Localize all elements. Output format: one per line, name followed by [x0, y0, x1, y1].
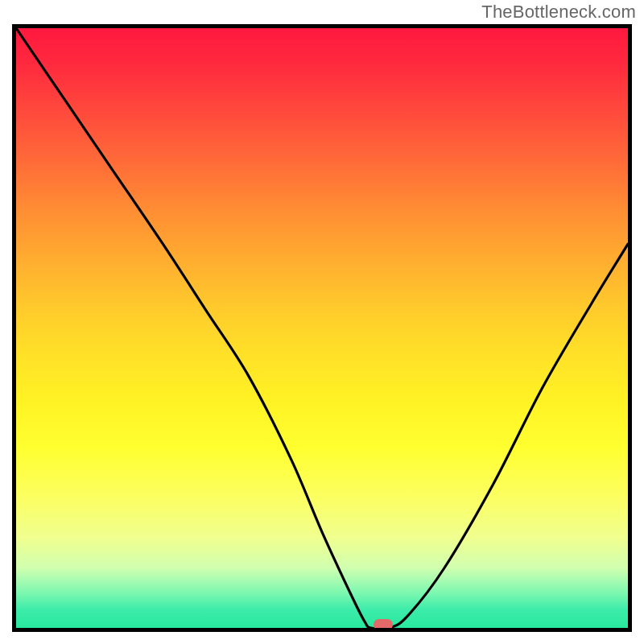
plot-area	[12, 24, 632, 632]
bottleneck-curve	[16, 28, 628, 628]
watermark-text: TheBottleneck.com	[481, 2, 636, 23]
curve-path	[16, 28, 628, 628]
chart-frame: TheBottleneck.com	[0, 0, 644, 644]
minimum-marker	[374, 619, 393, 630]
